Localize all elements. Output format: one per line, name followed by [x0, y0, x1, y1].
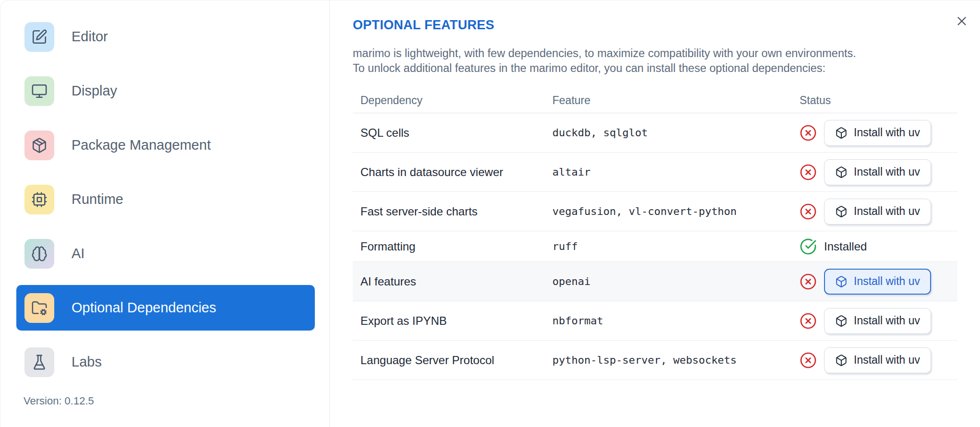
close-icon: [955, 14, 969, 30]
flask-icon: [24, 347, 54, 377]
table-row: Fast server-side charts vegafusion, vl-c…: [353, 192, 957, 231]
table-row: Formatting ruff Installed: [353, 231, 957, 262]
package-icon: [835, 205, 848, 218]
sidebar-item-ai[interactable]: AI: [16, 231, 315, 276]
circle-x-icon: [800, 352, 817, 369]
sidebar-item-runtime[interactable]: Runtime: [16, 177, 315, 222]
install-with-uv-button[interactable]: Install with uv: [824, 269, 931, 295]
dependency-cell: AI features: [353, 275, 545, 288]
sidebar-item-label: Labs: [72, 354, 102, 370]
sidebar-item-package-management[interactable]: Package Management: [16, 122, 315, 168]
install-button-label: Install with uv: [854, 166, 920, 178]
feature-cell: python-lsp-server, websockets: [545, 354, 792, 366]
dependency-cell: Formatting: [353, 240, 545, 253]
version-label: Version: 0.12.5: [24, 395, 94, 407]
column-header-dependency: Dependency: [353, 94, 545, 107]
sidebar-item-label: Package Management: [72, 137, 211, 153]
dependency-cell: Language Server Protocol: [353, 354, 545, 367]
status-cell: Install with uv: [792, 347, 957, 373]
sidebar-item-label: Display: [72, 83, 117, 99]
package-icon: [835, 166, 848, 178]
description: marimo is lightweight, with few dependen…: [353, 46, 957, 76]
circle-x-icon: [800, 124, 817, 142]
status-cell: Install with uv: [792, 269, 957, 295]
sidebar-item-label: Optional Dependencies: [72, 300, 216, 316]
dependency-cell: Charts in datasource viewer: [353, 166, 545, 179]
package-icon: [835, 275, 848, 288]
circle-check-icon: [800, 238, 817, 255]
monitor-icon: [24, 76, 54, 106]
status-cell: Installed: [792, 238, 957, 255]
brain-icon: [24, 239, 54, 269]
table-row: SQL cells duckdb, sqlglot Install with u…: [353, 113, 957, 153]
sidebar-item-labs[interactable]: Labs: [16, 339, 315, 385]
table-header-row: Dependency Feature Status: [353, 88, 957, 113]
square-pen-icon: [24, 22, 54, 52]
install-button-label: Install with uv: [854, 354, 920, 367]
folder-cog-icon: [24, 293, 54, 323]
dependencies-table: Dependency Feature Status SQL cells duck…: [353, 88, 957, 380]
optional-features-panel: OPTIONAL FEATURES marimo is lightweight,…: [330, 0, 980, 427]
description-line: To unlock additional features in the mar…: [353, 62, 825, 74]
feature-cell: altair: [545, 166, 792, 178]
sidebar-item-label: Editor: [72, 29, 108, 45]
install-with-uv-button[interactable]: Install with uv: [824, 199, 931, 225]
circle-x-icon: [800, 164, 817, 181]
settings-dialog: Editor Display Package Management Runtim…: [0, 0, 980, 427]
package-icon: [835, 354, 848, 367]
dependency-cell: Export as IPYNB: [353, 314, 545, 328]
dependency-cell: SQL cells: [353, 126, 545, 140]
circle-x-icon: [800, 312, 817, 330]
sidebar-nav: Editor Display Package Management Runtim…: [0, 14, 329, 385]
status-cell: Install with uv: [792, 199, 957, 225]
status-cell: Install with uv: [792, 120, 957, 146]
table-row: Language Server Protocol python-lsp-serv…: [353, 341, 957, 380]
feature-cell: ruff: [545, 240, 792, 252]
feature-cell: openai: [545, 275, 792, 287]
package-icon: [835, 315, 848, 327]
status-cell: Install with uv: [792, 159, 957, 185]
status-cell: Install with uv: [792, 308, 957, 334]
sidebar-item-display[interactable]: Display: [16, 68, 315, 114]
circle-x-icon: [800, 273, 817, 290]
sidebar-item-label: Runtime: [72, 191, 123, 207]
settings-sidebar: Editor Display Package Management Runtim…: [0, 0, 330, 427]
table-row: Charts in datasource viewer altair Insta…: [353, 153, 957, 192]
feature-cell: duckdb, sqlglot: [545, 127, 792, 139]
feature-cell: vegafusion, vl-convert-python: [545, 205, 792, 217]
page-title: OPTIONAL FEATURES: [353, 18, 957, 33]
close-button[interactable]: [952, 12, 971, 31]
install-with-uv-button[interactable]: Install with uv: [824, 120, 931, 146]
cpu-icon: [24, 185, 54, 214]
sidebar-item-label: AI: [72, 246, 84, 261]
package-icon: [24, 130, 54, 160]
feature-cell: nbformat: [545, 315, 792, 327]
installed-label: Installed: [824, 240, 867, 253]
install-button-label: Install with uv: [854, 205, 920, 218]
install-with-uv-button[interactable]: Install with uv: [824, 347, 931, 373]
table-row: Export as IPYNB nbformat Install with uv: [353, 301, 957, 341]
install-button-label: Install with uv: [854, 275, 920, 288]
column-header-feature: Feature: [545, 94, 792, 107]
package-icon: [835, 127, 848, 139]
dependency-cell: Fast server-side charts: [353, 205, 545, 218]
sidebar-item-editor[interactable]: Editor: [16, 14, 315, 59]
install-with-uv-button[interactable]: Install with uv: [824, 308, 931, 334]
install-with-uv-button[interactable]: Install with uv: [824, 159, 931, 185]
column-header-status: Status: [792, 94, 957, 107]
circle-x-icon: [800, 203, 817, 220]
sidebar-item-optional-dependencies[interactable]: Optional Dependencies: [16, 285, 315, 331]
description-line: marimo is lightweight, with few dependen…: [353, 47, 856, 59]
install-button-label: Install with uv: [854, 126, 920, 139]
table-row: AI features openai Install with uv: [353, 262, 957, 301]
install-button-label: Install with uv: [854, 314, 920, 327]
